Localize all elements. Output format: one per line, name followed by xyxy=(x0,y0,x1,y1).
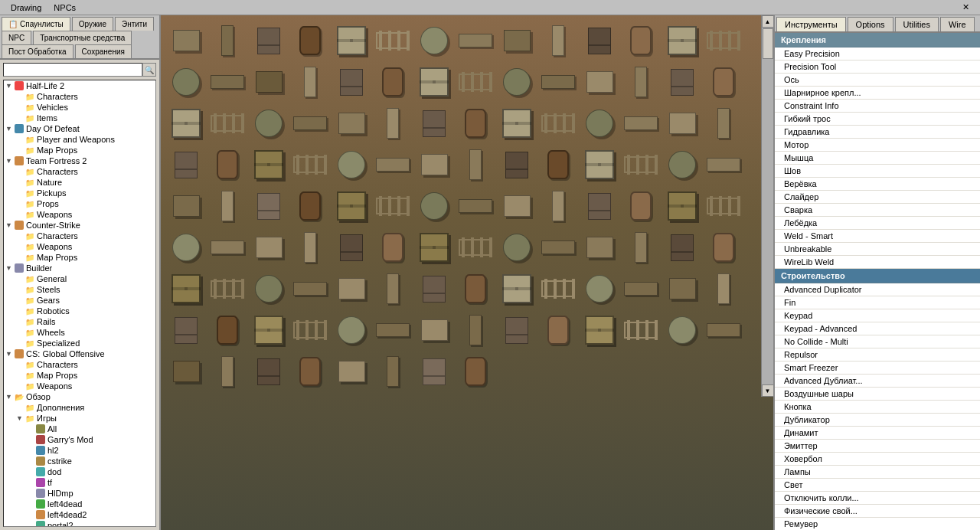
model-item[interactable] xyxy=(291,21,329,60)
model-item[interactable] xyxy=(415,352,453,391)
tree-item-builder-robotics[interactable]: 📁Robotics xyxy=(4,306,155,316)
model-item[interactable] xyxy=(456,21,495,60)
tab-vehicles[interactable]: Транспортные средства xyxy=(33,31,132,44)
tool-item-1-6[interactable]: Smart Freezer xyxy=(775,362,980,375)
model-item[interactable] xyxy=(456,104,495,142)
tool-item-0-13[interactable]: Лебёдка xyxy=(775,217,980,230)
model-item[interactable] xyxy=(663,21,701,60)
model-item[interactable] xyxy=(208,146,247,184)
model-item[interactable] xyxy=(456,228,495,267)
model-item[interactable] xyxy=(291,352,329,391)
model-item[interactable] xyxy=(291,270,329,308)
model-item[interactable] xyxy=(415,63,453,101)
tool-item-0-0[interactable]: Easy Precision xyxy=(775,47,980,61)
tool-item-1-4[interactable]: No Collide - Multi xyxy=(775,335,980,348)
tree-item-csgo[interactable]: ▼CS: Global Offensive xyxy=(4,348,155,359)
model-item[interactable] xyxy=(332,352,371,391)
tree-item-builder-rails[interactable]: 📁Rails xyxy=(4,316,155,327)
model-item[interactable] xyxy=(332,311,371,349)
tree-item-builder-specialized[interactable]: 📁Specialized xyxy=(4,338,155,348)
tool-item-1-14[interactable]: Лампы xyxy=(775,466,980,479)
model-item[interactable] xyxy=(374,63,412,101)
tools-section-1[interactable]: Строительство xyxy=(775,269,980,283)
model-item[interactable] xyxy=(704,311,743,349)
tree-item-obzor-games[interactable]: ▼📁Игры xyxy=(4,413,155,424)
tool-item-1-16[interactable]: Отключить колли... xyxy=(775,492,980,505)
model-item[interactable] xyxy=(622,187,660,225)
tab-npc[interactable]: NPC xyxy=(2,31,31,44)
tool-item-1-10[interactable]: Дубликатор xyxy=(775,414,980,427)
model-item[interactable] xyxy=(208,63,247,101)
model-item[interactable] xyxy=(498,63,536,101)
tool-item-0-9[interactable]: Шов xyxy=(775,165,980,178)
tree-item-obzor-dop[interactable]: 📁Дополнения xyxy=(4,402,155,413)
model-item[interactable] xyxy=(580,21,619,60)
model-item[interactable] xyxy=(498,187,536,225)
model-item[interactable] xyxy=(704,187,743,225)
tree-item-obzor-portal2[interactable]: portal2 xyxy=(4,520,155,527)
model-item[interactable] xyxy=(580,311,619,349)
model-item[interactable] xyxy=(704,21,743,60)
model-item[interactable] xyxy=(250,311,288,349)
model-item[interactable] xyxy=(415,187,453,225)
tab-tools[interactable]: Инструменты xyxy=(776,17,846,31)
tree-item-dod[interactable]: ▼Day Of Defeat xyxy=(4,123,155,134)
model-item[interactable] xyxy=(580,270,619,308)
model-item[interactable] xyxy=(622,63,660,101)
tab-utilities[interactable]: Utilities xyxy=(895,17,939,31)
tool-item-1-12[interactable]: Эмиттер xyxy=(775,440,980,453)
tree-item-hl2-chars[interactable]: 📁Characters xyxy=(4,91,155,102)
model-item[interactable] xyxy=(663,270,701,308)
model-item[interactable] xyxy=(456,146,495,184)
model-item[interactable] xyxy=(622,270,660,308)
search-input[interactable] xyxy=(3,63,142,77)
tree-item-builder-steels[interactable]: 📁Steels xyxy=(4,284,155,295)
tool-item-0-5[interactable]: Гибкий трос xyxy=(775,113,980,126)
model-item[interactable] xyxy=(332,63,371,101)
model-item[interactable] xyxy=(374,270,412,308)
tree-item-csgo-chars[interactable]: 📁Characters xyxy=(4,359,155,370)
scroll-down-button[interactable]: ▼ xyxy=(762,384,774,397)
model-item[interactable] xyxy=(374,146,412,184)
model-item[interactable] xyxy=(622,311,660,349)
tool-item-1-2[interactable]: Keypad xyxy=(775,309,980,322)
model-item[interactable] xyxy=(374,187,412,225)
model-item[interactable] xyxy=(663,146,701,184)
model-item[interactable] xyxy=(332,104,371,142)
model-item[interactable] xyxy=(167,311,205,349)
model-item[interactable] xyxy=(704,270,743,308)
scroll-thumb[interactable] xyxy=(763,28,773,59)
model-item[interactable] xyxy=(539,187,577,225)
tool-item-0-1[interactable]: Precision Tool xyxy=(775,61,980,74)
model-item[interactable] xyxy=(167,146,205,184)
tree-item-csgo-mp[interactable]: 📁Map Props xyxy=(4,370,155,381)
tool-item-1-17[interactable]: Физические свой... xyxy=(775,505,980,518)
tree-item-obzor-hl2[interactable]: hl2 xyxy=(4,445,155,456)
model-item[interactable] xyxy=(622,228,660,267)
model-item[interactable] xyxy=(208,352,247,391)
tool-item-0-12[interactable]: Сварка xyxy=(775,204,980,217)
model-item[interactable] xyxy=(332,270,371,308)
model-item[interactable] xyxy=(663,63,701,101)
model-item[interactable] xyxy=(456,187,495,225)
tree-item-obzor-all[interactable]: All xyxy=(4,424,155,434)
model-item[interactable] xyxy=(704,228,743,267)
close-button[interactable]: ✕ xyxy=(956,2,975,12)
tool-item-1-0[interactable]: Advanced Duplicator xyxy=(775,283,980,296)
tree-item-obzor-l4d2[interactable]: left4dead2 xyxy=(4,509,155,520)
model-item[interactable] xyxy=(167,104,205,142)
model-item[interactable] xyxy=(291,311,329,349)
model-item[interactable] xyxy=(622,104,660,142)
tree-item-dod-mp[interactable]: 📁Map Props xyxy=(4,145,155,155)
model-item[interactable] xyxy=(415,270,453,308)
model-item[interactable] xyxy=(291,146,329,184)
tree-item-obzor-tf[interactable]: tf xyxy=(4,477,155,488)
model-item[interactable] xyxy=(498,21,536,60)
model-item[interactable] xyxy=(580,146,619,184)
model-item[interactable] xyxy=(456,311,495,349)
model-item[interactable] xyxy=(539,228,577,267)
tool-item-0-11[interactable]: Слайдер xyxy=(775,191,980,204)
model-item[interactable] xyxy=(208,21,247,60)
tree-item-dod-pw[interactable]: 📁Player and Weapons xyxy=(4,134,155,145)
model-item[interactable] xyxy=(332,187,371,225)
